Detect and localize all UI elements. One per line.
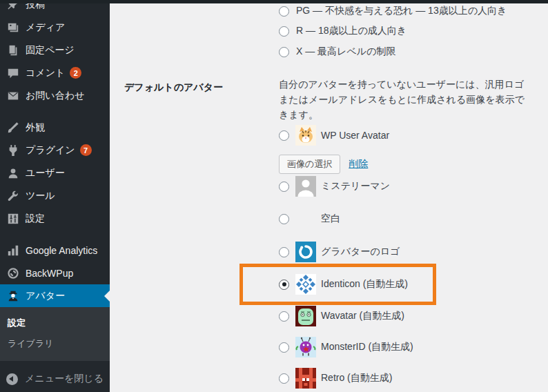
avatar-option-label: Identicon (自動生成)	[321, 278, 408, 291]
radio-identicon[interactable]	[279, 280, 289, 290]
avatar-option-wp-user-avatar: WP User Avatar	[279, 125, 389, 146]
sidebar-item-label: 固定ページ	[26, 44, 75, 57]
admin-bar-edge	[0, 0, 548, 3]
collapse-menu-button[interactable]: メニューを閉じる	[0, 373, 104, 385]
avatar-option-wavatar: Wavatar (自動生成)	[279, 306, 404, 326]
rating-label: X — 最高レベルの制限	[296, 46, 395, 58]
settings-content: PG — 不快感を与える恐れ — 13歳以上の人向き R — 18歳以上の成人向…	[110, 0, 548, 392]
avatar-option-monsterid: MonsterID (自動生成)	[279, 337, 413, 357]
avatar-option-label: MonsterID (自動生成)	[321, 341, 413, 353]
bar-chart-icon	[6, 244, 20, 257]
retro-avatar	[295, 368, 316, 389]
delete-link[interactable]: 削除	[349, 158, 368, 170]
plugin-icon	[6, 144, 20, 157]
radio-gravatar-logo[interactable]	[279, 247, 289, 257]
sidebar-item-label: お問い合わせ	[26, 90, 84, 102]
avatar-option-label: Retro (自動生成)	[321, 372, 392, 384]
rating-option-pg: PG — 不快感を与える恐れ — 13歳以上の人向き	[279, 5, 507, 17]
monsterid-avatar	[295, 337, 316, 357]
avatar-option-gravatar-logo: グラバターのロゴ	[279, 242, 400, 262]
users-icon	[6, 166, 20, 180]
avatar-option-mystery-man: ミステリーマン	[279, 176, 390, 197]
media-icon	[6, 21, 20, 35]
collapse-arrow-icon	[6, 373, 18, 385]
avatar-submenu: 設定 ライブラリ	[0, 307, 110, 361]
rating-option-r: R — 18歳以上の成人向き	[279, 25, 407, 37]
gravatar-logo-avatar	[295, 242, 316, 262]
wordpress-admin-screen: 投稿 メディア 固定ページ コメント 2	[0, 0, 548, 392]
cat-avatar	[295, 125, 316, 146]
avatar-option-label: グラバターのロゴ	[321, 246, 400, 258]
radio-retro[interactable]	[279, 373, 289, 384]
radio-blank[interactable]	[279, 214, 289, 224]
radio-wavatar[interactable]	[279, 311, 289, 322]
admin-menu: 投稿 メディア 固定ページ コメント 2	[0, 0, 110, 361]
avatar-option-label: 空白	[321, 213, 340, 225]
backwpup-icon	[6, 266, 20, 280]
email-icon	[6, 89, 20, 103]
sidebar-item-label: コメント	[26, 67, 65, 79]
default-avatar-field-label: デフォルトのアバター	[124, 81, 223, 94]
sidebar-item-label: ユーザー	[26, 167, 65, 179]
radio-pg[interactable]	[279, 6, 289, 17]
sidebar-item-label: ツール	[26, 190, 55, 202]
sidebar-item-label: メディア	[26, 21, 65, 34]
sidebar-item-label: プラグイン	[26, 144, 75, 157]
sidebar-item-settings[interactable]: 設定	[0, 207, 110, 230]
pages-icon	[6, 43, 20, 57]
admin-sidebar: 投稿 メディア 固定ページ コメント 2	[0, 0, 110, 392]
sidebar-item-appearance[interactable]: 外観	[0, 116, 110, 139]
sidebar-item-label: 外観	[26, 121, 45, 134]
appearance-icon	[6, 121, 20, 135]
sidebar-item-google-analytics[interactable]: Google Analytics	[0, 239, 110, 262]
rating-label: PG — 不快感を与える恐れ — 13歳以上の人向き	[296, 5, 507, 17]
sidebar-item-media[interactable]: メディア	[0, 16, 110, 39]
avatar-icon	[6, 289, 20, 303]
radio-x[interactable]	[279, 47, 289, 57]
rating-label: R — 18歳以上の成人向き	[296, 25, 407, 37]
sidebar-item-users[interactable]: ユーザー	[0, 161, 110, 184]
sidebar-item-label: 設定	[26, 213, 45, 225]
settings-icon	[6, 212, 20, 226]
radio-wp-user-avatar[interactable]	[279, 130, 289, 141]
sidebar-item-comments[interactable]: コメント 2	[0, 61, 110, 84]
avatar-image-actions: 画像の選択 削除	[279, 155, 368, 174]
tools-icon	[6, 189, 20, 203]
submenu-item-library[interactable]: ライブラリ	[0, 333, 110, 354]
avatar-option-label: Wavatar (自動生成)	[321, 310, 404, 322]
wavatar-avatar	[295, 306, 316, 326]
sidebar-item-label: Google Analytics	[26, 245, 97, 256]
avatar-option-label: WP User Avatar	[321, 130, 389, 141]
sidebar-item-tools[interactable]: ツール	[0, 184, 110, 207]
default-avatar-description: 自分のアバターを持っていないユーザーには、汎用ロゴまたはメールアドレスをもとに作…	[279, 77, 533, 122]
active-item-arrow	[104, 291, 110, 302]
sidebar-item-label: BackWPup	[26, 268, 73, 279]
sidebar-item-avatar[interactable]: アバター	[0, 284, 110, 307]
comments-icon	[6, 66, 20, 80]
collapse-menu-label: メニューを閉じる	[25, 373, 104, 385]
avatar-option-blank: 空白	[279, 208, 340, 229]
sidebar-item-backwpup[interactable]: BackWPup	[0, 262, 110, 284]
mystery-man-avatar	[295, 176, 316, 197]
identicon-avatar	[295, 274, 316, 295]
radio-mystery-man[interactable]	[279, 182, 289, 192]
plugins-count-badge: 7	[80, 144, 92, 156]
avatar-option-identicon: Identicon (自動生成)	[279, 274, 408, 295]
avatar-option-retro: Retro (自動生成)	[279, 368, 392, 389]
choose-image-button[interactable]: 画像の選択	[279, 155, 340, 174]
rating-option-x: X — 最高レベルの制限	[279, 46, 395, 58]
radio-r[interactable]	[279, 26, 289, 37]
sidebar-item-pages[interactable]: 固定ページ	[0, 39, 110, 61]
sidebar-item-plugins[interactable]: プラグイン 7	[0, 139, 110, 161]
avatar-option-label: ミステリーマン	[321, 180, 390, 193]
comments-count-badge: 2	[70, 67, 81, 79]
sidebar-item-contact[interactable]: お問い合わせ	[0, 84, 110, 107]
submenu-item-settings[interactable]: 設定	[0, 313, 110, 333]
sidebar-item-label: アバター	[26, 290, 65, 302]
radio-monsterid[interactable]	[279, 342, 289, 353]
